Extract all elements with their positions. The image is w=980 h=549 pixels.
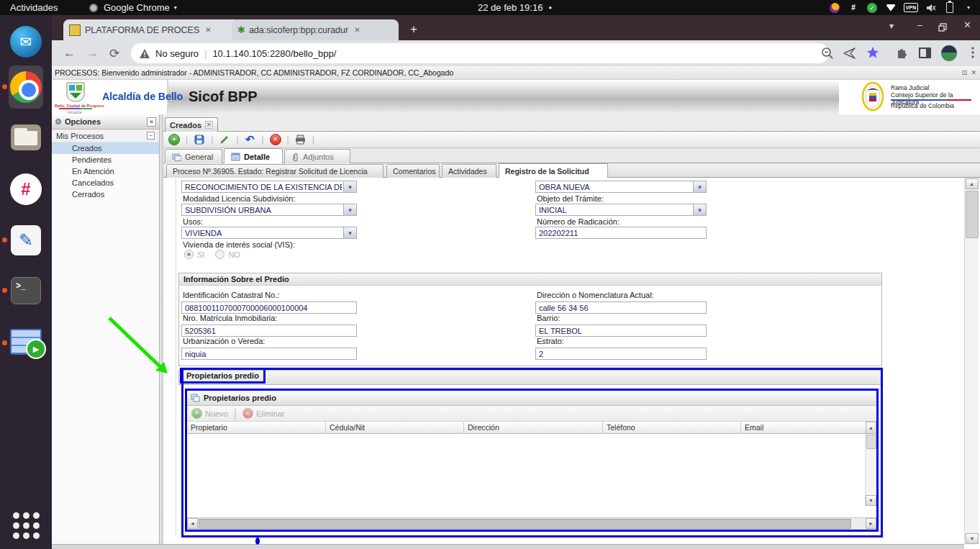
undo-button[interactable]: ↶ [243,134,256,146]
eliminar-button[interactable]: ✕ Eliminar [242,408,285,419]
bookmark-star-icon[interactable] [866,46,879,62]
dropdown-arrow-icon[interactable]: ▾ [693,181,706,192]
sidebar-item-pendientes[interactable]: Pendientes [52,154,159,165]
window-restore-button[interactable] [938,22,947,35]
system-tray[interactable]: # ✓ VPN ▾ [829,0,974,15]
save-button[interactable] [193,134,206,146]
forward-button[interactable]: → [86,46,99,60]
tab-detalle[interactable]: Detalle [224,148,283,164]
grid-scroll-down[interactable]: ▼ [866,495,876,506]
doc-tab-close-icon[interactable]: ✕ [205,121,213,129]
app-menu-label: Google Chrome [104,2,170,13]
estrato-input[interactable]: 2 [535,348,707,360]
catastral-input[interactable]: 0881001107000700006000100004 [181,301,357,314]
tab-general[interactable]: General [165,149,222,164]
sidebar-toggle-icon[interactable] [919,47,931,62]
grid-hscrollbar[interactable]: ◄ ► [187,517,876,530]
general-tab-icon [172,153,181,161]
content-scroll-down[interactable]: ▼ [966,533,979,544]
zoom-out-icon[interactable] [821,47,834,63]
sidebar-item-en-atencion[interactable]: En Atención [52,165,159,177]
delete-button[interactable]: ✕ [269,134,282,146]
dock-database-runner[interactable]: ▶ [9,325,43,359]
dropdown-arrow-icon[interactable]: ▾ [343,204,356,215]
grid-scroll-up[interactable]: ▲ [866,422,876,434]
dropdown-arrow-icon[interactable]: ▾ [693,204,706,215]
content-vscrollbar[interactable]: ▲ ▼ [964,178,979,545]
profile-avatar[interactable] [941,45,957,61]
col-cedula[interactable]: Cédula/Nit [326,422,464,434]
sidebar-group-mis-procesos[interactable]: Mis Procesos − [52,130,159,142]
activities-button[interactable]: Actividades [10,0,58,15]
window-minimize-button[interactable]: – [917,19,922,30]
dock-text-editor[interactable]: ✎ [9,223,43,258]
browser-tab-2[interactable]: ✱ ada:sicoferp:bpp:curadur ✕ [232,19,399,40]
dock-files[interactable] [9,120,43,155]
vis-si-radio[interactable] [184,250,194,259]
col-direccion[interactable]: Dirección [464,422,603,434]
browser-tab-1[interactable]: PLATAFORMA DE PROCES ✕ [63,19,240,40]
tipo-solicitud-select[interactable]: RECONOCIMIENTO DE LA EXISTENCIA DE UNA E… [181,181,357,193]
grid-vscrollbar[interactable]: ▼ [865,434,876,506]
matricula-input[interactable]: 5205361 [181,325,357,337]
col-telefono[interactable]: Teléfono [603,422,741,434]
content-vscroll-thumb[interactable] [966,191,979,238]
statusbar-close-icon[interactable]: ✕ [971,69,976,76]
subtab-comentarios[interactable]: Comentarios [386,164,440,178]
grid-hscroll-thumb[interactable] [199,519,851,529]
modalidad-obra-select[interactable]: OBRA NUEVA▾ [535,181,707,193]
modalidad-sub-select[interactable]: SUBDIVISIÓN URBANA▾ [181,204,357,216]
urbanizacion-input[interactable]: niquia [181,348,357,360]
new-tab-button[interactable]: + [410,22,417,37]
dropdown-arrow-icon[interactable]: ▾ [343,227,356,238]
grid-body-empty[interactable]: ▼ [187,434,876,506]
clock[interactable]: 22 de feb 19:16 ● [478,0,552,15]
sidebar-item-cerrados[interactable]: Cerrados [52,189,159,200]
tab1-close-icon[interactable]: ✕ [205,26,211,34]
dock-terminal[interactable]: >_ [9,273,43,308]
grid-scroll-right[interactable]: ► [866,518,876,529]
dock-thunderbird[interactable]: ✉ [9,24,43,59]
subtab-registro[interactable]: Registro de la Solicitud [499,163,608,178]
barrio-input[interactable]: EL TREBOL [535,325,707,337]
dock-slack[interactable]: # [9,172,43,207]
direccion-input[interactable]: calle 56 34 56 [535,301,707,314]
subtab-actividades[interactable]: Actividades [442,164,496,178]
address-bar[interactable]: No seguro | 10.1.140.105:2280/bello_bpp/ [131,43,829,63]
add-button[interactable]: + [168,134,181,146]
extensions-icon[interactable] [896,47,908,62]
statusbar-window-icon[interactable]: ⊡ [961,69,967,76]
reload-button[interactable]: ⟳ [109,46,119,61]
sidebar-item-creados[interactable]: Creados [52,142,159,154]
doc-tab-creados[interactable]: Creados ✕ [165,117,218,132]
usos-select[interactable]: VIVIENDA▾ [181,227,357,239]
tab2-close-icon[interactable]: ✕ [354,26,360,34]
grid-scroll-left[interactable]: ◄ [187,518,198,529]
window-close-button[interactable]: ✕ [963,19,971,30]
sidebar-collapse-button[interactable]: « [147,117,156,127]
app-grid-button[interactable] [9,508,43,543]
objeto-select[interactable]: INICIAL▾ [535,204,707,216]
vis-no-radio[interactable] [215,250,224,259]
radicacion-input[interactable]: 202202211 [535,227,707,239]
dock-chrome[interactable] [9,65,43,109]
print-button[interactable] [294,134,307,146]
tab-adjuntos[interactable]: Adjuntos [284,149,350,164]
content-scroll-up[interactable]: ▲ [966,178,979,189]
browser-menu-icon[interactable] [967,46,979,62]
nuevo-button[interactable]: + Nuevo [191,408,228,419]
col-propietario[interactable]: Propietario [187,422,326,434]
back-button[interactable]: ← [63,46,76,60]
sidebar-item-cancelados[interactable]: Cancelados [52,177,159,189]
grid-vscroll-thumb[interactable] [866,435,876,449]
usos-label: Usos: [183,217,203,226]
subtab-proceso[interactable]: Proceso Nº.36905. Estado: Registrar Soli… [166,164,384,178]
edit-button[interactable] [218,134,231,146]
dropdown-arrow-icon[interactable]: ▾ [343,181,356,192]
app-menu[interactable]: Google Chrome ▾ [88,0,177,15]
send-icon[interactable] [843,47,856,63]
group-collapse-icon[interactable]: − [147,132,155,140]
page-bottom-scroll-strip[interactable] [52,544,964,549]
col-email[interactable]: Email [741,422,866,434]
window-chevron-icon[interactable]: ▾ [889,21,894,31]
